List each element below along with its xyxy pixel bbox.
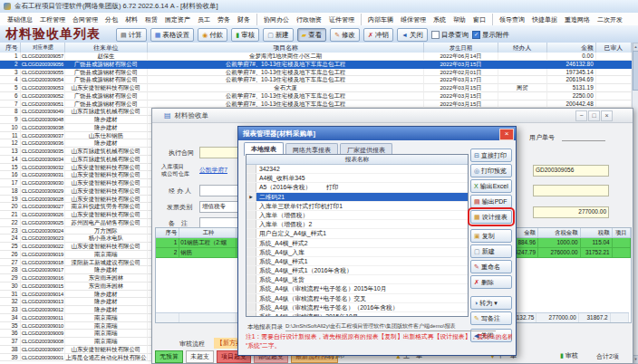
report-button[interactable]: ◎ 打印预览 [470,164,512,177]
cell-seq: 20 [0,203,21,211]
toolbar-button[interactable]: ▰ 查看 [297,28,326,42]
menu-item[interactable]: 劳务 [214,14,234,25]
menu-item[interactable]: 工程管理 [36,14,69,25]
close-icon[interactable]: × [499,129,514,140]
report-list-item[interactable]: ▶ 系统_A4纵_样式1（2016年含税） [246,266,468,275]
scrollbar-thumb[interactable] [633,51,638,91]
menu-item[interactable]: 分包 [102,14,121,25]
toolbar-button[interactable]: ◄ 关闭 [397,28,428,42]
grid-cell-worktype: 钢筋 [179,248,237,257]
menu-item[interactable]: 财务 [234,14,257,25]
toolbar-button-icon: ▰ [302,32,306,38]
menu-item[interactable]: 二次开发 [594,14,626,25]
column-header-vendor[interactable]: 往来单位 [65,43,148,53]
table-row[interactable]: 1 CLCGD200309057 赵保生 金梦海湾1地块商住小区二期 2022年… [0,53,632,61]
menu-item[interactable]: 维保管理 [397,14,430,25]
column-header-amount[interactable]: 金额 [547,43,596,53]
menu-item[interactable]: 合同管理 [69,14,102,25]
toolbar-button[interactable]: ✗ 冲销 [363,28,393,42]
table-row[interactable]: 4 CLCGD200309054 广饶县成源钢材有限公司 公凯学府7#、10-1… [0,76,632,84]
menu-item[interactable]: 内部车辆 [364,14,397,25]
report-button[interactable]: ▤ 输出PDF [470,195,512,208]
menu-item[interactable]: 系统 [430,14,450,25]
report-button[interactable]: X 输出Excel [470,179,512,193]
menu-item[interactable]: 窗口 [469,14,493,25]
menu-item[interactable]: 重造网络 [561,14,594,25]
report-list-item[interactable]: ▶ 系统_A4纵（审核流程+电子签名）交叉 [246,294,468,303]
column-header-agent[interactable]: 经办人 [498,43,547,53]
report-name: 系统_A4纵_样式1（2016年含税） [256,266,468,274]
column-header-doc[interactable]: 对应单据 [21,43,65,53]
toolbar-button[interactable]: ✎ 修改 [330,28,360,42]
report-button-icon: X [474,183,478,189]
report-list-item[interactable]: ▶ 入库单（增值税） [246,211,468,220]
report-list-item[interactable]: ▶ 系统_A4纵（审核流程+电子签名）（2016年含税） [246,303,468,312]
report-list-item[interactable]: ▶ 入库单三联单针式打印机打印1 [246,202,468,211]
menu-item[interactable]: 领导查询 [496,14,528,25]
report-button[interactable]: ▢ 新建 [470,244,512,258]
menu-item[interactable]: 行政物资 [293,14,325,25]
report-list-item[interactable]: ▶ 342342 [246,165,468,174]
menu-item[interactable]: 证件管理 [325,14,362,25]
report-button[interactable]: ◑ 转为 ▾ [470,296,512,310]
report-list-item[interactable]: ▶ 用户自定义_A4纵_样式1 [246,229,468,238]
toolbar-button[interactable]: ▦ 表格设置 [150,28,195,42]
toolbar-button[interactable]: ◉ 付款 [198,28,227,42]
cell-vendor: 隆步建材 [65,124,148,132]
menu-item[interactable]: 材料 [121,14,141,25]
cell-project: 公凯学府7#、10-13住宅楼及地下车库总包工程 [148,61,424,69]
table-row[interactable]: 6 CLCGD200309052 广饶县成源钢材有限公司 公凯学府7#、10-1… [0,92,632,101]
table-row[interactable]: 5 CLCGD200309053 山东安捷智能科技有限公司 金石大厦 2022年… [0,84,632,92]
menu-item[interactable]: 基础信息 [4,14,36,25]
report-list-item[interactable]: ▶ 入库单（增值税）2 [246,220,468,229]
column-header-approver[interactable]: 已审人 [596,43,632,53]
column-header-seq[interactable]: 序号 [0,43,21,53]
user-doc-no-field[interactable] [562,133,605,141]
project-link[interactable]: 公凯学府7 [199,166,239,175]
toolbar-button-icon: ◄ [401,32,408,38]
menu-item[interactable]: 固定资产 [161,14,194,25]
report-button[interactable]: ✗ 删除 [470,275,512,289]
toolbar-button[interactable]: ▤ 计算 [116,28,147,42]
report-button[interactable]: ▦ 设计报表 [470,210,512,224]
table-row[interactable]: 2 CLCGD200309056 广饶县成源钢材有限公司 公凯学府7#、10-1… [0,61,632,69]
report-button[interactable]: ✎ 重命名 [470,260,512,273]
maximize-icon[interactable]: □ [588,110,600,121]
menu-item[interactable]: 快捷单据 [528,14,561,25]
total-amount-field[interactable]: 277000.00 [533,206,609,218]
checkbox-show-attachments[interactable]: ✓ 显示附件 [472,31,509,40]
table-row[interactable]: 3 CLCGD200309055 广饶县成源钢材有限公司 公凯学府7#、10-1… [0,69,632,77]
report-list-item[interactable]: ▶ A4横_收料单345 [246,174,468,183]
toolbar-button[interactable]: ▮ 审核 [231,28,259,42]
report-list-item[interactable]: ▶ 系统_A4纵_送货 [246,275,468,284]
report-list-item[interactable]: ▶ 系统_A4横_样式2 [246,239,468,248]
checkbox-catalog-query[interactable]: 目录查询 [431,31,469,40]
menu-item[interactable]: 协同办公 [260,14,293,25]
doc-no-field[interactable]: GD200309056 [533,165,609,177]
report-dialog-titlebar[interactable]: 报表管理器[材料采购单] [238,127,516,140]
minimize-icon[interactable]: − [575,110,587,121]
close-icon[interactable]: × [601,110,613,121]
menu-item[interactable]: 租赁 [141,14,161,25]
menu-item[interactable]: 员工 [194,14,214,25]
aux-field[interactable] [533,185,609,196]
report-list-item[interactable]: ▶ 二维码21 [246,193,468,202]
column-header-project[interactable]: 项目名称 [148,43,424,53]
column-header-date[interactable]: 发生日期 [424,43,498,53]
report-button[interactable]: ▣ 复制 [470,229,512,243]
toolbar-button[interactable]: ▢ 新建 [263,28,294,42]
dialog-bottom-button[interactable]: ▮ 审核 [560,350,578,361]
table-row[interactable]: 7 CLCGD200309051 广饶县成源钢材有限公司 公凯学府7#、10-1… [0,101,632,109]
cell-date: 2022年02月01日 [424,69,498,77]
report-list-item[interactable]: ▶ 系统_A4纵_入库 [246,248,468,257]
cell-approver [596,92,632,101]
report-list-item[interactable]: ▶ 系统_A4纵_样式1 [246,257,468,266]
report-list-item[interactable]: ▶ 系统_A4纵（审核流程+电子签名）2015年10月 [246,284,468,293]
report-button[interactable]: ⊟ 直接打印 [470,148,512,162]
report-button-icon: ⊟ [474,152,479,158]
dialog-titlebar[interactable]: ▤ 材料验收单 − □ × [152,109,633,123]
report-button-icon: ✎ [474,263,479,270]
report-list-item[interactable]: ▶ A5（2016年含税） 打印 [246,183,468,192]
report-list-item[interactable]: ▶ 系统_A4纵（审核流程）2015年10月 [246,312,468,317]
menu-item[interactable]: 帮助 [450,14,469,25]
